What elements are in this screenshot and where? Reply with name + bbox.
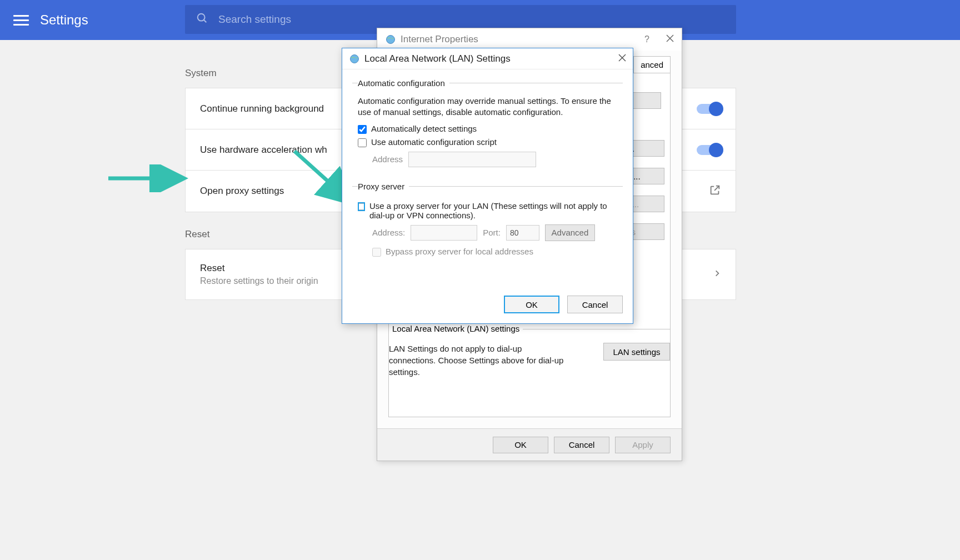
lan-settings-button[interactable]: LAN settings xyxy=(603,343,670,361)
chevron-right-icon xyxy=(713,269,721,279)
checkbox-label: Use a proxy server for your LAN (These s… xyxy=(369,201,623,220)
proxy-address-input[interactable] xyxy=(411,225,477,241)
tabs: anced xyxy=(633,56,671,73)
svg-point-7 xyxy=(351,54,359,63)
script-address-input[interactable] xyxy=(408,152,536,167)
ok-button[interactable]: OK xyxy=(504,296,559,313)
toggle-on[interactable] xyxy=(697,104,721,114)
row-label: Use hardware acceleration wh xyxy=(200,144,327,156)
bypass-checkbox[interactable] xyxy=(372,248,381,257)
svg-point-4 xyxy=(387,36,395,44)
port-label: Port: xyxy=(483,228,501,237)
help-icon[interactable]: ? xyxy=(644,34,649,44)
lan-dialog-footer: OK Cancel xyxy=(504,296,623,313)
lan-settings-dialog: Local Area Network (LAN) Settings Automa… xyxy=(342,48,633,324)
external-link-icon xyxy=(709,184,721,198)
cancel-button[interactable]: Cancel xyxy=(554,437,609,453)
auto-detect-row[interactable]: Automatically detect settings xyxy=(358,124,623,134)
script-address-row: Address xyxy=(372,152,623,167)
proxy-server-group: Proxy server Use a proxy server for your… xyxy=(352,182,623,270)
checkbox-label: Automatically detect settings xyxy=(371,124,477,133)
svg-point-0 xyxy=(198,14,205,21)
row-sublabel: Restore settings to their origin xyxy=(200,276,318,286)
bypass-row[interactable]: Bypass proxy server for local addresses xyxy=(372,247,623,257)
toggle-on[interactable] xyxy=(697,145,721,155)
internet-properties-titlebar[interactable]: Internet Properties ? xyxy=(377,28,682,51)
use-proxy-checkbox[interactable] xyxy=(358,202,365,211)
ok-button[interactable]: OK xyxy=(493,437,548,453)
proxy-port-input[interactable] xyxy=(506,225,539,241)
page-title: Settings xyxy=(40,12,88,28)
search-input[interactable] xyxy=(218,13,736,26)
tab-advanced[interactable]: anced xyxy=(633,56,671,73)
globe-icon xyxy=(385,34,396,45)
row-label: Continue running background xyxy=(200,103,324,114)
annotation-arrow-1 xyxy=(106,164,189,192)
globe-icon xyxy=(349,53,360,64)
lan-titlebar[interactable]: Local Area Network (LAN) Settings xyxy=(342,48,633,69)
groupbox-title: Local Area Network (LAN) settings xyxy=(389,324,523,333)
checkbox-label: Use automatic configuration script xyxy=(371,137,497,147)
address-label: Address: xyxy=(372,228,405,237)
row-label: Reset xyxy=(200,263,318,274)
auto-detect-checkbox[interactable] xyxy=(358,125,367,134)
apply-button[interactable]: Apply xyxy=(615,437,671,453)
close-icon[interactable] xyxy=(666,34,674,44)
group-legend: Automatic configuration xyxy=(358,78,449,88)
cancel-button[interactable]: Cancel xyxy=(567,296,623,313)
advanced-button[interactable]: Advanced xyxy=(545,224,595,241)
search-icon xyxy=(196,12,208,27)
svg-line-1 xyxy=(204,20,207,23)
automatic-configuration-group: Automatic configuration Automatic config… xyxy=(352,78,623,177)
dialog-title: Internet Properties xyxy=(401,34,478,45)
dialog-footer: OK Cancel Apply xyxy=(377,428,682,461)
proxy-address-row: Address: Port: Advanced xyxy=(372,224,623,241)
menu-icon[interactable] xyxy=(13,12,29,28)
use-script-row[interactable]: Use automatic configuration script xyxy=(358,137,623,147)
group-legend: Proxy server xyxy=(358,182,409,191)
checkbox-label: Bypass proxy server for local addresses xyxy=(386,247,533,256)
address-label: Address xyxy=(372,154,403,164)
use-script-checkbox[interactable] xyxy=(358,138,367,147)
row-label: Open proxy settings xyxy=(200,186,284,197)
close-icon[interactable] xyxy=(618,54,626,64)
use-proxy-row[interactable]: Use a proxy server for your LAN (These s… xyxy=(358,201,623,220)
group-description: Automatic configuration may override man… xyxy=(358,96,623,118)
dialog-title: Local Area Network (LAN) Settings xyxy=(364,53,511,64)
lan-description: LAN Settings do not apply to dial-up con… xyxy=(389,343,567,378)
